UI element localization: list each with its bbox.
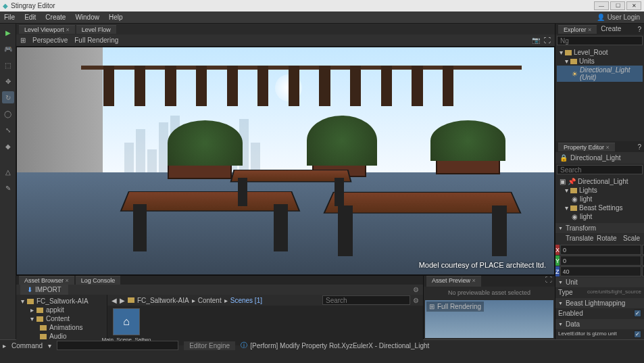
editor-engine-button[interactable]: Editor Engine: [184, 341, 235, 350]
viewport-mode-dropdown[interactable]: Perspective: [32, 37, 68, 44]
tab-explorer[interactable]: Explorer: [558, 25, 597, 34]
folder-icon: [36, 316, 43, 322]
titlebar: ◆ Stingray Editor — ☐ ✕: [0, 0, 644, 11]
user-login-button[interactable]: 👤 User Login: [597, 14, 640, 21]
help-icon[interactable]: ?: [637, 26, 641, 33]
scale-tool[interactable]: ⤡: [2, 124, 14, 136]
preview-menu-icon[interactable]: ⊞: [429, 303, 435, 310]
statusbar-expand-icon[interactable]: ▸: [3, 342, 6, 349]
translate-x-input[interactable]: [560, 245, 641, 255]
transform-section-header[interactable]: ▼Transform: [555, 223, 644, 233]
gizmo-checkbox[interactable]: ✓: [634, 331, 641, 338]
preview-rendering-dropdown[interactable]: Full Rendering: [437, 303, 481, 310]
rotate-z-input[interactable]: [642, 266, 645, 276]
viewport-rendering-dropdown[interactable]: Full Rendering: [74, 37, 118, 44]
tree-item[interactable]: ▸appkit: [18, 306, 105, 314]
viewport-menu-icon[interactable]: ⊞: [20, 37, 26, 44]
viewport-expand-icon[interactable]: ⛶: [544, 37, 551, 44]
beast-enabled-label: Enabled: [558, 310, 583, 317]
beast-enabled-checkbox[interactable]: ✓: [634, 310, 641, 317]
preview-expand-icon[interactable]: ⛶: [545, 276, 552, 287]
prop-label: light: [580, 213, 592, 220]
menubar: File Edit Create Window Help 👤 User Logi…: [0, 11, 644, 24]
view-settings-icon[interactable]: ⚙: [413, 297, 419, 304]
translate-y-input[interactable]: [560, 256, 641, 266]
rotate-tool[interactable]: ↻: [2, 91, 14, 103]
breadcrumb-item[interactable]: Content: [198, 297, 222, 304]
maximize-button[interactable]: ☐: [610, 1, 625, 10]
tree-label: Content: [46, 315, 70, 322]
tab-asset-browser[interactable]: Asset Browser: [19, 276, 74, 285]
translate-z-input[interactable]: [560, 266, 641, 276]
folder-icon: [565, 50, 572, 55]
folder-icon: [27, 299, 34, 304]
command-label: Command: [11, 342, 43, 349]
tab-level-viewport[interactable]: Level Viewport: [19, 25, 75, 34]
preview-viewport[interactable]: ⊞ Full Rendering: [425, 300, 553, 338]
explorer-search-input[interactable]: [557, 36, 643, 45]
menu-create[interactable]: Create: [45, 14, 66, 21]
tree-item[interactable]: Audio: [18, 332, 105, 341]
menu-help[interactable]: Help: [109, 14, 123, 21]
command-input[interactable]: [57, 341, 178, 350]
nav-back-icon[interactable]: ◀: [112, 297, 117, 304]
lock-icon[interactable]: 🔒: [560, 154, 568, 162]
explorer-tree[interactable]: ▾Level_Root ▾Units ☀Directional_Light (U…: [555, 47, 644, 83]
prop-tree-item[interactable]: ▣📌Directional_Light: [557, 177, 643, 186]
camera-icon[interactable]: 📷: [532, 37, 540, 44]
help-icon[interactable]: ?: [637, 143, 641, 151]
axis-z-label: Z: [555, 266, 560, 276]
data-section-header[interactable]: ▼Data: [555, 319, 644, 329]
tree-label: Audio: [49, 333, 67, 340]
asset-browser-panel: Asset Browser Log Console ⬇ IMPORT ⚙ ▾FC…: [16, 276, 423, 339]
breadcrumb-item[interactable]: FC_Saltwork-AIA: [137, 297, 189, 304]
explorer-item-selected[interactable]: ☀Directional_Light (Unit): [557, 66, 643, 82]
move-tool[interactable]: ✥: [2, 75, 14, 87]
snap-tool[interactable]: △: [2, 166, 14, 178]
paint-tool[interactable]: ✎: [2, 182, 14, 194]
menu-file[interactable]: File: [4, 14, 15, 21]
beast-section-header[interactable]: ▼Beast Lightmapping: [555, 298, 644, 308]
menu-window[interactable]: Window: [75, 14, 99, 21]
breadcrumb-item[interactable]: Scenes [1]: [230, 297, 262, 304]
prop-tree-item[interactable]: ◉light: [557, 195, 643, 203]
prop-tree-item[interactable]: ▾Beast Settings: [557, 203, 643, 212]
nav-fwd-icon[interactable]: ▶: [120, 297, 125, 304]
prop-tree-item[interactable]: ▾Lights: [557, 186, 643, 195]
minimize-button[interactable]: —: [594, 1, 609, 10]
play-button[interactable]: ▶: [2, 26, 14, 39]
close-button[interactable]: ✕: [626, 1, 641, 10]
folder-icon: [40, 334, 47, 339]
screenshot-tool[interactable]: ◯: [2, 107, 14, 120]
explorer-item[interactable]: ▾Level_Root: [557, 48, 643, 57]
light-icon: ☀: [572, 70, 578, 78]
tab-asset-preview[interactable]: Asset Preview: [426, 276, 481, 287]
viewport-3d[interactable]: Model courtesy of PLACE architect ltd.: [16, 47, 555, 275]
import-button[interactable]: ⬇ IMPORT: [20, 285, 68, 295]
unit-section-header[interactable]: ▼Unit: [555, 277, 644, 287]
asset-search-input[interactable]: [322, 295, 410, 305]
marker-tool[interactable]: ◆: [2, 140, 14, 152]
import-label: IMPORT: [35, 286, 61, 293]
tab-property-editor[interactable]: Property Editor: [558, 143, 615, 151]
gamepad-tool[interactable]: 🎮: [2, 43, 14, 55]
tree-label: appkit: [46, 306, 64, 314]
property-search-input[interactable]: [557, 165, 643, 174]
asset-tree[interactable]: ▾FC_Saltwork-AIA ▸appkit ▾Content Animat…: [16, 295, 107, 345]
select-tool[interactable]: ⬚: [2, 59, 14, 71]
bulb-icon: ◉: [572, 213, 578, 220]
asset-browser-settings-icon[interactable]: ⚙: [413, 286, 419, 293]
tab-level-flow[interactable]: Level Flow: [76, 25, 116, 34]
prop-tree-item[interactable]: ◉light: [557, 212, 643, 221]
section-label: Transform: [566, 224, 596, 232]
unit-type-value: core/units/light_source: [587, 289, 641, 296]
explorer-create-button[interactable]: Create: [601, 25, 621, 34]
asset-thumbnail[interactable]: ⌂ Main_Scene_Saltwo: [110, 308, 143, 343]
tab-log-console[interactable]: Log Console: [76, 276, 121, 285]
tree-item[interactable]: ▾Content: [18, 314, 105, 323]
tree-item[interactable]: ▾FC_Saltwork-AIA: [18, 297, 105, 306]
tree-item[interactable]: Animations: [18, 323, 105, 332]
preview-message: No previewable asset selected: [424, 287, 555, 299]
menu-edit[interactable]: Edit: [24, 14, 36, 21]
explorer-item[interactable]: ▾Units: [557, 57, 643, 66]
